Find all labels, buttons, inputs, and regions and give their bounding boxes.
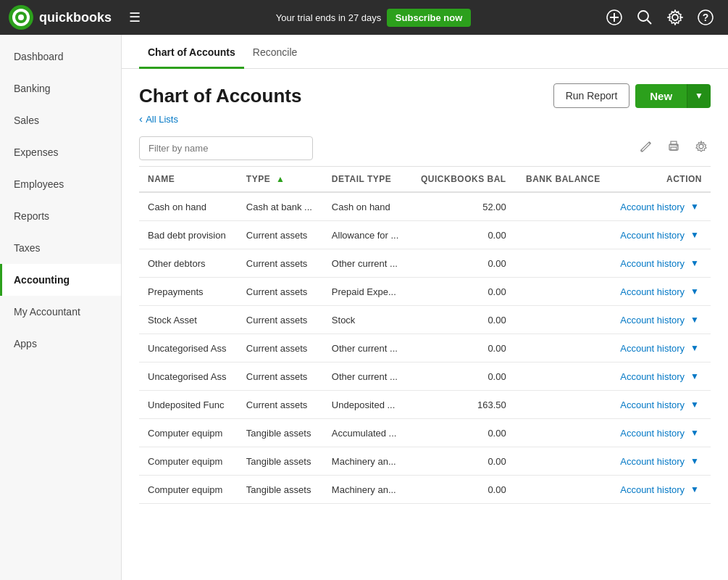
new-button-dropdown[interactable]: ▼ — [687, 84, 711, 108]
cell-detail-type-2: Other current ... — [323, 249, 410, 278]
sidebar-item-accounting[interactable]: Accounting — [0, 264, 121, 296]
breadcrumb[interactable]: All Lists — [139, 112, 711, 125]
cell-type-5: Current assets — [238, 334, 323, 362]
main-layout: Dashboard Banking Sales Expenses Employe… — [0, 35, 728, 580]
account-history-link-3[interactable]: Account history — [620, 286, 685, 297]
settings-icon-button[interactable] — [692, 137, 711, 160]
sidebar-item-dashboard[interactable]: Dashboard — [0, 41, 121, 72]
col-header-type[interactable]: TYPE ▲ — [238, 167, 323, 193]
new-button[interactable]: New — [635, 84, 687, 108]
cell-qb-balance-3: 0.00 — [409, 278, 514, 306]
trial-banner: Your trial ends in 27 days Subscribe now — [152, 9, 595, 27]
cell-action-0: Account history ▼ — [609, 192, 711, 221]
cell-name-6: Uncategorised Ass — [139, 362, 238, 391]
action-dropdown-button-4[interactable]: ▼ — [687, 313, 702, 326]
cell-qb-balance-4: 0.00 — [409, 306, 514, 334]
cell-type-9: Tangible assets — [238, 447, 323, 476]
account-history-link-5[interactable]: Account history — [620, 343, 685, 354]
table-icons — [637, 137, 711, 160]
search-icon — [637, 9, 653, 25]
table-row: Cash on hand Cash at bank ... Cash on ha… — [139, 192, 711, 221]
action-dropdown-button-1[interactable]: ▼ — [687, 228, 702, 241]
pencil-icon — [640, 140, 653, 153]
action-dropdown-button-2[interactable]: ▼ — [687, 257, 702, 270]
svg-point-3 — [18, 14, 24, 20]
settings-button[interactable] — [661, 4, 689, 31]
cell-bank-balance-10 — [515, 476, 609, 504]
account-history-link-9[interactable]: Account history — [620, 456, 685, 467]
action-dropdown-button-9[interactable]: ▼ — [687, 455, 702, 468]
filter-input[interactable] — [139, 136, 313, 160]
table-row: Undeposited Func Current assets Undeposi… — [139, 391, 711, 419]
sidebar-item-my-accountant[interactable]: My Accountant — [0, 296, 121, 328]
account-history-link-0[interactable]: Account history — [620, 202, 685, 212]
sidebar-item-apps[interactable]: Apps — [0, 328, 121, 360]
trial-text: Your trial ends in 27 days — [276, 12, 382, 23]
cell-action-8: Account history ▼ — [609, 419, 711, 447]
cell-action-6: Account history ▼ — [609, 362, 711, 391]
account-history-link-10[interactable]: Account history — [620, 484, 685, 495]
cell-bank-balance-7 — [515, 391, 609, 419]
cell-action-10: Account history ▼ — [609, 476, 711, 504]
add-button[interactable] — [601, 4, 628, 31]
quickbooks-logo-icon — [9, 5, 33, 30]
subscribe-button[interactable]: Subscribe now — [387, 9, 471, 27]
action-dropdown-button-7[interactable]: ▼ — [687, 398, 702, 411]
gear-table-icon — [695, 140, 708, 153]
cell-action-4: Account history ▼ — [609, 306, 711, 334]
action-dropdown-button-5[interactable]: ▼ — [687, 341, 702, 355]
cell-bank-balance-3 — [515, 278, 609, 306]
hamburger-button[interactable]: ☰ — [123, 7, 146, 28]
cell-detail-type-0: Cash on hand — [323, 192, 410, 221]
sidebar-item-banking[interactable]: Banking — [0, 72, 121, 104]
cell-name-2: Other debtors — [139, 249, 238, 278]
cell-bank-balance-9 — [515, 447, 609, 476]
cell-qb-balance-6: 0.00 — [409, 362, 514, 391]
action-dropdown-button-10[interactable]: ▼ — [687, 483, 702, 496]
sidebar-item-reports[interactable]: Reports — [0, 200, 121, 232]
account-history-link-7[interactable]: Account history — [620, 399, 685, 410]
tab-chart-of-accounts[interactable]: Chart of Accounts — [139, 35, 244, 69]
account-history-link-8[interactable]: Account history — [620, 428, 685, 439]
svg-point-9 — [672, 14, 678, 20]
print-icon-button[interactable] — [664, 137, 683, 160]
cell-detail-type-10: Machinery an... — [323, 476, 410, 504]
sidebar-item-employees[interactable]: Employees — [0, 168, 121, 200]
table-toolbar — [139, 136, 711, 160]
account-history-link-1[interactable]: Account history — [620, 230, 685, 241]
cell-detail-type-8: Accumulated ... — [323, 419, 410, 447]
cell-detail-type-1: Allowance for ... — [323, 221, 410, 249]
cell-name-3: Prepayments — [139, 278, 238, 306]
cell-qb-balance-7: 163.50 — [409, 391, 514, 419]
cell-name-1: Bad debt provision — [139, 221, 238, 249]
sidebar-item-expenses[interactable]: Expenses — [0, 136, 121, 168]
logo-text: quickbooks — [39, 10, 112, 25]
cell-qb-balance-0: 52.00 — [409, 192, 514, 221]
action-dropdown-button-3[interactable]: ▼ — [687, 285, 702, 298]
run-report-button[interactable]: Run Report — [553, 83, 630, 108]
cell-action-9: Account history ▼ — [609, 447, 711, 476]
account-history-link-2[interactable]: Account history — [620, 258, 685, 269]
cell-type-2: Current assets — [238, 249, 323, 278]
sidebar-item-taxes[interactable]: Taxes — [0, 232, 121, 264]
table-row: Other debtors Current assets Other curre… — [139, 249, 711, 278]
edit-icon-button[interactable] — [637, 137, 656, 160]
cell-bank-balance-2 — [515, 249, 609, 278]
search-button[interactable] — [631, 4, 658, 31]
table-row: Computer equipm Tangible assets Accumula… — [139, 419, 711, 447]
top-navigation: quickbooks ☰ Your trial ends in 27 days … — [0, 0, 728, 35]
sidebar-item-sales[interactable]: Sales — [0, 104, 121, 136]
account-history-link-6[interactable]: Account history — [620, 371, 685, 382]
cell-bank-balance-4 — [515, 306, 609, 334]
cell-qb-balance-1: 0.00 — [409, 221, 514, 249]
action-dropdown-button-6[interactable]: ▼ — [687, 370, 702, 383]
help-icon: ? — [698, 9, 714, 25]
action-dropdown-button-0[interactable]: ▼ — [687, 200, 702, 213]
table-row: Computer equipm Tangible assets Machiner… — [139, 476, 711, 504]
action-dropdown-button-8[interactable]: ▼ — [687, 426, 702, 439]
new-button-group: New ▼ — [635, 84, 711, 108]
account-history-link-4[interactable]: Account history — [620, 315, 685, 326]
help-button[interactable]: ? — [692, 4, 719, 31]
cell-detail-type-7: Undeposited ... — [323, 391, 410, 419]
tab-reconcile[interactable]: Reconcile — [244, 35, 306, 69]
